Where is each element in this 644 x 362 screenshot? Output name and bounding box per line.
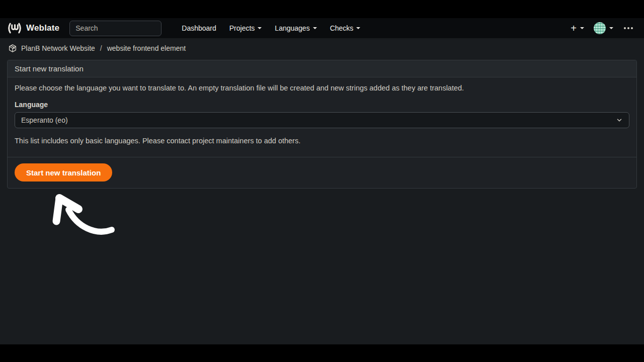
chevron-down-icon [609, 27, 613, 29]
language-select[interactable]: Esperanto (eo) [15, 112, 629, 128]
chevron-down-icon [580, 27, 584, 29]
chevron-down-icon [313, 27, 317, 29]
chevron-down-icon [616, 117, 623, 124]
breadcrumb: PlanB Network Website / website frontend… [0, 38, 644, 58]
start-translation-panel: Start new translation Please choose the … [7, 60, 637, 189]
language-select-value: Esperanto (eo) [21, 116, 68, 124]
chevron-down-icon [258, 27, 262, 29]
more-menu-button[interactable] [621, 27, 636, 29]
user-menu-button[interactable] [591, 22, 616, 34]
nav-item-label: Projects [229, 24, 255, 32]
avatar [594, 22, 606, 34]
search-input[interactable] [69, 21, 162, 36]
page-content: PlanB Network Website / website frontend… [0, 38, 644, 344]
breadcrumb-project-link[interactable]: PlanB Network Website [21, 44, 95, 52]
panel-body: Please choose the language you want to t… [8, 77, 636, 157]
navbar: Weblate Dashboard Projects Languages Che… [0, 18, 644, 38]
nav-item-checks[interactable]: Checks [324, 24, 367, 32]
plus-icon: + [571, 23, 577, 33]
start-new-translation-button[interactable]: Start new translation [15, 163, 112, 182]
panel-description: Please choose the language you want to t… [15, 84, 629, 92]
panel-footer: Start new translation [8, 157, 636, 188]
language-label: Language [15, 101, 629, 109]
weblate-logo-icon [7, 22, 22, 35]
nav-item-dashboard[interactable]: Dashboard [175, 24, 223, 32]
nav-item-label: Checks [330, 24, 354, 32]
add-menu-button[interactable]: + [569, 23, 586, 33]
nav-item-languages[interactable]: Languages [268, 24, 323, 32]
brand-name: Weblate [26, 23, 59, 33]
nav-links: Dashboard Projects Languages Checks [175, 24, 367, 32]
panel-title: Start new translation [8, 60, 636, 77]
navbar-right: + [569, 22, 636, 34]
weblate-brand[interactable]: Weblate [7, 22, 59, 35]
nav-item-label: Dashboard [182, 24, 216, 32]
nav-item-projects[interactable]: Projects [223, 24, 269, 32]
package-cube-icon [8, 44, 17, 53]
breadcrumb-separator: / [99, 44, 103, 52]
breadcrumb-component-link[interactable]: website frontend element [107, 44, 186, 52]
top-black-strip [0, 0, 644, 18]
chevron-down-icon [356, 27, 360, 29]
nav-item-label: Languages [275, 24, 309, 32]
basic-languages-note: This list includes only basic languages.… [15, 137, 629, 145]
